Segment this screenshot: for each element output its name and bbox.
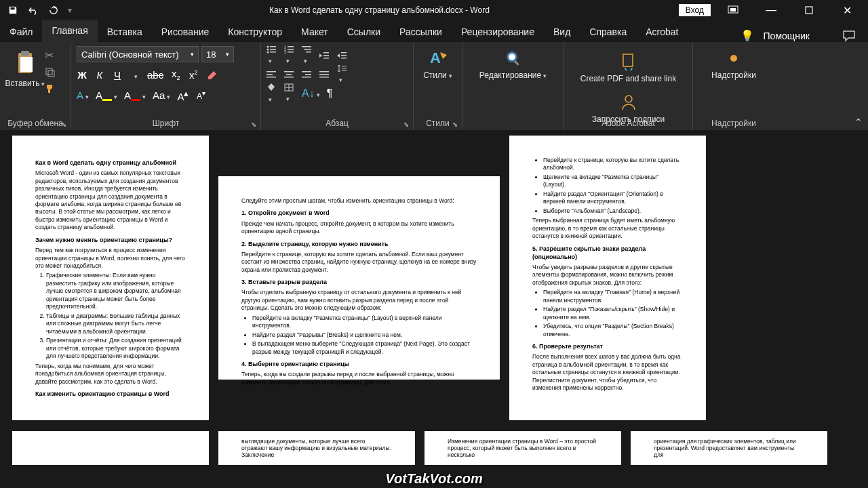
redo-icon[interactable]	[49, 5, 58, 15]
page-3[interactable]: Перейдите к странице, которую вы хотите …	[509, 136, 706, 420]
helper-button[interactable]: Помощник	[764, 30, 810, 41]
para-group-label: Абзац	[261, 119, 413, 128]
svg-rect-34	[284, 77, 294, 78]
close-icon[interactable]: ✕	[831, 0, 863, 20]
para-launcher-icon[interactable]: ⬊	[403, 121, 409, 128]
paste-button[interactable]: Вставить	[5, 45, 45, 94]
justify-button[interactable]	[319, 70, 330, 79]
collapse-ribbon-icon[interactable]: ⌃	[854, 117, 863, 127]
bold-button[interactable]: Ж	[77, 69, 87, 81]
doc-heading: 2. Выделите страницу, которую нужно изме…	[241, 240, 477, 248]
borders-button[interactable]	[284, 83, 295, 104]
tab-draw[interactable]: Рисование	[152, 22, 219, 42]
doc-list-item: Таблицы и диаграммы: Большие таблицы дан…	[46, 312, 186, 336]
font-size-select[interactable]: 18▾	[201, 46, 234, 62]
tab-review[interactable]: Рецензирование	[452, 22, 544, 42]
increase-indent-button[interactable]	[337, 52, 348, 60]
doc-text: ориентация для графических элементов, та…	[654, 438, 796, 458]
styles-label: Стили	[423, 70, 452, 80]
doc-heading: Зачем нужно менять ориентацию страницы?	[35, 236, 186, 244]
align-left-button[interactable]	[267, 70, 277, 79]
align-center-button[interactable]	[284, 70, 295, 79]
create-pdf-label: Create PDF and share link	[580, 74, 676, 83]
page-1[interactable]: Как в Word сделать одну страницу альбомн…	[12, 136, 209, 420]
ribbon-display-icon[interactable]	[717, 0, 749, 20]
svg-rect-43	[342, 70, 347, 70]
undo-icon[interactable]	[27, 5, 39, 15]
create-pdf-button[interactable]: Create PDF and share link	[570, 48, 687, 86]
doc-text: Microsoft Word - один из самых популярны…	[35, 169, 186, 232]
copy-icon[interactable]	[45, 67, 56, 78]
font-launcher-icon[interactable]: ⬊	[251, 121, 256, 128]
text-effects-button[interactable]: A	[77, 89, 89, 101]
font-color-button[interactable]: A	[124, 89, 146, 101]
page-4[interactable]	[12, 431, 209, 465]
document-canvas[interactable]: Как в Word сделать одну страницу альбомн…	[0, 130, 868, 488]
page-2-landscape[interactable]: Следуйте этим простым шагам, чтобы измен…	[218, 176, 500, 380]
underline-button[interactable]: Ч	[112, 69, 123, 81]
tab-insert[interactable]: Вставка	[98, 22, 152, 42]
window-title: Как в Word сделать одну страницу альбомн…	[80, 5, 679, 15]
tab-acrobat[interactable]: Acrobat	[636, 22, 688, 42]
shading-button[interactable]	[267, 83, 277, 104]
format-painter-icon[interactable]	[45, 83, 56, 94]
svg-rect-5	[20, 57, 33, 72]
strikethrough-button[interactable]: abc	[147, 69, 163, 81]
subscript-button[interactable]: x2	[170, 68, 181, 81]
italic-button[interactable]: К	[94, 69, 105, 81]
addins-button[interactable]: Надстройки	[698, 45, 769, 83]
decrease-indent-button[interactable]	[319, 52, 330, 60]
svg-rect-15	[288, 46, 294, 47]
underline-dropdown[interactable]	[130, 69, 140, 81]
maximize-icon[interactable]	[793, 0, 825, 20]
show-marks-button[interactable]: ¶	[327, 87, 338, 100]
styles-button[interactable]: A Стили	[419, 45, 456, 83]
login-button[interactable]: Вход	[679, 4, 711, 16]
doc-text: После выполнения всех шагов у вас должна…	[532, 353, 683, 392]
multilevel-button[interactable]	[302, 45, 313, 66]
font-name-select[interactable]: Calibri (Основной текст)▾	[77, 46, 199, 62]
svg-rect-21	[304, 49, 311, 50]
tab-mailings[interactable]: Рассылки	[390, 22, 452, 42]
tab-help[interactable]: Справка	[580, 22, 636, 42]
comments-icon[interactable]	[842, 30, 856, 42]
change-case-button[interactable]: Aa	[153, 89, 170, 101]
doc-text: Теперь, когда мы понимаем, для чего може…	[35, 363, 186, 386]
superscript-button[interactable]: x2	[188, 69, 199, 81]
editing-button[interactable]: Редактирование	[468, 45, 558, 83]
page-5[interactable]: выглядящие документы, которые лучше всег…	[218, 431, 415, 465]
tab-layout[interactable]: Макет	[292, 22, 338, 42]
minimize-icon[interactable]: ―	[755, 0, 787, 20]
bullets-button[interactable]	[267, 45, 277, 66]
clear-format-icon[interactable]	[205, 68, 218, 81]
tab-home[interactable]: Главная	[42, 20, 97, 42]
shrink-font-button[interactable]: A▾	[195, 89, 206, 101]
page-7[interactable]: ориентация для графических элементов, та…	[631, 431, 827, 465]
cut-icon[interactable]: ✂	[45, 49, 56, 62]
svg-point-10	[267, 49, 269, 51]
svg-rect-38	[319, 71, 329, 73]
tab-references[interactable]: Ссылки	[338, 22, 390, 42]
numbering-button[interactable]: 123	[284, 45, 295, 66]
svg-rect-13	[270, 52, 276, 53]
svg-rect-9	[270, 46, 276, 47]
align-right-button[interactable]	[302, 70, 313, 79]
tab-view[interactable]: Вид	[544, 22, 580, 42]
line-spacing-button[interactable]	[337, 64, 348, 85]
clipboard-icon	[14, 50, 36, 76]
clipboard-launcher-icon[interactable]: ⬊	[61, 121, 66, 128]
styles-launcher-icon[interactable]: ⬊	[452, 121, 458, 128]
svg-rect-7	[48, 70, 54, 77]
save-icon[interactable]	[8, 5, 18, 15]
doc-text: Прежде чем начать процесс, откройте доку…	[241, 220, 477, 236]
grow-font-button[interactable]: A▴	[177, 88, 189, 102]
tab-design[interactable]: Конструктор	[218, 22, 292, 42]
doc-text: Следуйте этим простым шагам, чтобы измен…	[241, 197, 477, 205]
tab-file[interactable]: Файл	[3, 22, 42, 42]
svg-rect-40	[319, 77, 329, 78]
svg-rect-28	[341, 58, 347, 59]
page-6[interactable]: Изменение ориентации страницы в Word – э…	[425, 431, 621, 465]
highlight-button[interactable]: A	[96, 89, 117, 101]
sort-button[interactable]: A↓	[302, 87, 320, 100]
doc-text: выглядящие документы, которые лучше всег…	[241, 438, 391, 458]
